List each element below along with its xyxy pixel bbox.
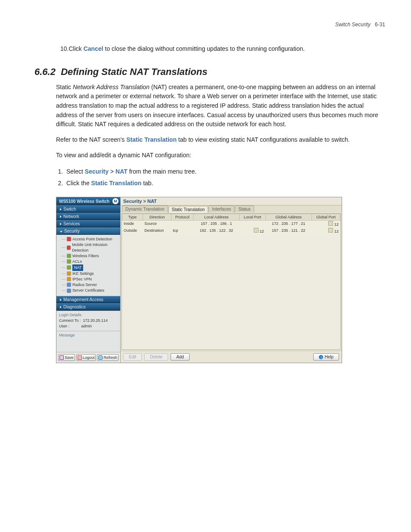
edit-icon [328, 228, 333, 233]
nat-screenshot: WS5100 Wireless Switch M Switch Network … [56, 197, 342, 363]
nav-section-services[interactable]: Services [56, 220, 120, 227]
lock-icon [67, 277, 71, 281]
nav-section-switch[interactable]: Switch [56, 205, 120, 213]
chevron-right-icon [60, 299, 62, 301]
logout-icon [78, 355, 82, 360]
detection-icon [67, 246, 71, 250]
tree-item-vpn[interactable]: —IPSec VPN [59, 277, 120, 282]
server-icon [67, 283, 71, 287]
nav-buttons: Save Logout Refresh [56, 352, 120, 363]
nav-section-network[interactable]: Network [56, 213, 120, 220]
message-box: Message [56, 331, 120, 352]
login-user: admin [81, 324, 92, 328]
chevron-right-icon [60, 215, 62, 218]
refresh-icon [98, 355, 103, 360]
tree-item-ike[interactable]: —IKE Settings [59, 271, 120, 277]
breadcrumb: Security > NAT [121, 197, 342, 205]
filter-icon [67, 254, 71, 258]
detection-icon [67, 237, 71, 241]
edit-icon [328, 221, 333, 226]
cert-icon [67, 289, 71, 293]
delete-button[interactable]: Delete [144, 353, 168, 361]
info-icon: i [319, 355, 323, 359]
step-1: Select Security > NAT from the main menu… [65, 166, 385, 177]
lock-icon [67, 271, 71, 276]
refresh-button[interactable]: Refresh [97, 354, 118, 361]
step-2: Click the Static Translation tab. [65, 177, 385, 189]
tree-item-apd[interactable]: —Access Point Detection [59, 236, 120, 242]
cancel-label: Cancel [84, 45, 103, 52]
header-label: Switch Security [335, 22, 371, 28]
tree-item-nat[interactable]: —NAT [59, 264, 120, 271]
section-heading: 6.6.2 Defining Static NAT Translations [34, 66, 385, 78]
save-button[interactable]: Save [58, 354, 75, 361]
col-local-port[interactable]: Local Port [240, 214, 265, 220]
connect-ip: 172.20.25.114 [83, 318, 108, 323]
nav-section-security[interactable]: Security [56, 227, 120, 235]
paragraph-2: Refer to the NAT screen's Static Transla… [56, 135, 385, 145]
tab-interfaces[interactable]: Interfaces [209, 205, 234, 212]
tree-item-radius[interactable]: —Radius Server [59, 282, 120, 288]
nav-section-diagnostics[interactable]: Diagnostics [56, 303, 120, 311]
tab-status[interactable]: Status [235, 205, 254, 212]
tree-item-acls[interactable]: —ACLs [59, 259, 120, 264]
nav-panel: WS5100 Wireless Switch M Switch Network … [56, 197, 121, 363]
chevron-right-icon [60, 223, 62, 225]
tree-item-filters[interactable]: —Wireless Filters [59, 253, 120, 259]
nat-grid: Type Direction Protocol Local Address Lo… [121, 213, 341, 350]
logout-button[interactable]: Logout [76, 354, 96, 361]
help-button[interactable]: iHelp [313, 353, 339, 361]
col-protocol[interactable]: Protocol [171, 214, 193, 220]
step-list: Select Security > NAT from the main menu… [65, 166, 385, 189]
tab-dynamic[interactable]: Dynamic Translation [122, 205, 168, 212]
chevron-down-icon [60, 231, 62, 233]
acl-icon [67, 259, 71, 264]
edit-icon [254, 228, 258, 233]
step-10: 10.Click Cancel to close the dialog with… [60, 45, 385, 53]
paragraph-3: To view and add/edit a dynamic NAT confi… [56, 151, 385, 160]
col-type[interactable]: Type [122, 214, 143, 220]
table-header-row: Type Direction Protocol Local Address Lo… [122, 214, 340, 220]
login-details: Login Details Connect To : 172.20.25.114… [56, 311, 120, 331]
pane-button-bar: Edit Delete Add iHelp [121, 351, 342, 363]
content-pane: Security > NAT Dynamic Translation Stati… [121, 197, 342, 363]
col-direction[interactable]: Direction [143, 214, 171, 220]
save-icon [59, 355, 64, 360]
nav-tree: —Access Point Detection —Mobile Unit Int… [56, 235, 120, 296]
chevron-right-icon [60, 306, 62, 308]
table-row[interactable]: Inside Source 157 . 235 . 186 . 1 172 . … [122, 220, 340, 227]
col-global-address[interactable]: Global Address [265, 214, 311, 220]
col-global-port[interactable]: Global Port [311, 214, 340, 220]
tab-static[interactable]: Static Translation [168, 206, 209, 213]
table-row[interactable]: Outside Destination tcp 192 . 135 . 122 … [122, 227, 340, 234]
tab-bar: Dynamic Translation Static Translation I… [121, 205, 342, 212]
nav-title: WS5100 Wireless Switch M [56, 197, 120, 205]
add-button[interactable]: Add [171, 353, 190, 361]
grid-empty-area [122, 234, 340, 349]
edit-button[interactable]: Edit [123, 353, 142, 361]
chevron-right-icon [60, 208, 62, 211]
nat-icon [67, 265, 71, 270]
header-page: 6-31 [375, 22, 385, 28]
tree-item-muid[interactable]: —Mobile Unit Intrusion Detection [59, 242, 120, 253]
tree-item-certs[interactable]: —Server Certificates [59, 288, 120, 293]
motorola-logo-icon: M [112, 198, 118, 204]
paragraph-1: Static Network Address Translation (NAT)… [56, 83, 385, 129]
col-local-address[interactable]: Local Address [193, 214, 240, 220]
nav-section-management[interactable]: Management Access [56, 296, 120, 303]
page-header: Switch Security 6-31 [34, 22, 385, 28]
